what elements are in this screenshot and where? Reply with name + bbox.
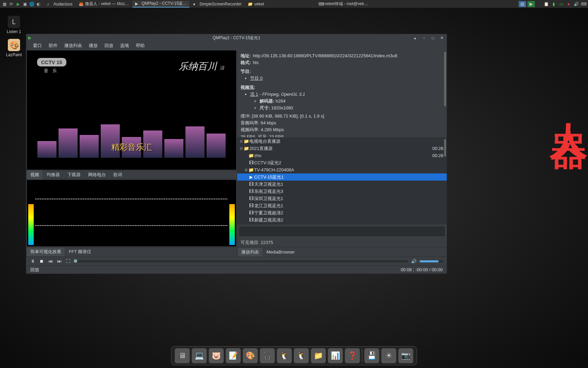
playlist-item[interactable]: 🎞CCTV-3蓝光2 bbox=[237, 159, 447, 166]
menu-播放列表[interactable]: 播放列表 bbox=[62, 42, 85, 49]
playlist-item[interactable]: ⊞📁TV-479CH-220408A bbox=[237, 166, 447, 173]
playlist-item[interactable]: 🎞宁夏卫视超清2 bbox=[237, 209, 447, 216]
playlist-item[interactable]: 🎞新疆卫视高清2 bbox=[237, 216, 447, 224]
tray-app2-icon[interactable]: ▶ bbox=[527, 1, 535, 7]
left-tab-0[interactable]: 视频 bbox=[27, 170, 43, 179]
task-filemgr[interactable]: 📁veket bbox=[245, 1, 267, 7]
player-controls: ⏸ ⏹ ⏮ ⏭ ⛶ 🔊 bbox=[26, 257, 447, 265]
playlist-item[interactable]: 🎞东南卫视蓝光3 bbox=[237, 188, 447, 195]
prev-button[interactable]: ⏮ bbox=[47, 258, 53, 264]
playlist-item-label: 2021直播源 bbox=[249, 145, 273, 152]
viz-tab-0[interactable]: 简单可视化效果 bbox=[27, 247, 65, 256]
playlist-item[interactable]: 🎞天津卫视蓝光1 bbox=[237, 181, 447, 188]
video-area[interactable]: CCTV 15 音 乐 乐纳百川 清 精彩音乐汇 bbox=[27, 50, 236, 170]
maximize-button[interactable]: □ bbox=[429, 35, 437, 41]
task-qmplay2[interactable]: ▶QMPlay2 - CCTV-15蓝… bbox=[132, 1, 190, 7]
menu-窗口[interactable]: 窗口 bbox=[30, 42, 45, 49]
playlist-scrollbar[interactable] bbox=[444, 139, 446, 157]
desktop-icon-listen1[interactable]: LListen 1 bbox=[2, 16, 26, 34]
task-ssr[interactable]: ●SimpleScreenRecorder bbox=[190, 1, 244, 7]
menu-回放[interactable]: 回放 bbox=[102, 42, 116, 49]
task-audacious[interactable]: ♪Audacious bbox=[44, 1, 75, 7]
stop-button[interactable]: ⏹ bbox=[38, 258, 45, 264]
terminal-icon[interactable]: ▣ bbox=[22, 1, 28, 7]
playlist-item[interactable]: ⊟📁电视电台直播源 bbox=[237, 138, 447, 145]
visualizer bbox=[27, 180, 236, 246]
playlist-item[interactable]: 🎞深圳卫视蓝光1 bbox=[237, 195, 447, 202]
desktop: LListen 1🎨LazPaint 人 器 ▶ QMPlay2 - CCTV-… bbox=[0, 8, 588, 368]
dock-item-3[interactable]: 📝 bbox=[226, 348, 241, 363]
playlist-item[interactable]: 🎞龙江卫视蓝光1 bbox=[237, 202, 447, 209]
playlist-item-label: 龙江卫视蓝光1 bbox=[254, 203, 283, 209]
dock-item-5[interactable]: 🎧 bbox=[260, 348, 275, 363]
volume-icon[interactable]: 🔊 bbox=[573, 1, 579, 7]
play-icon[interactable]: ▶ bbox=[15, 1, 21, 7]
tree-toggle-icon[interactable]: ⊟ bbox=[239, 139, 243, 143]
left-tab-1[interactable]: 均衡器 bbox=[43, 170, 63, 179]
vstream-item[interactable]: 流 1 bbox=[250, 92, 258, 97]
addr-value: http://39.135.138.60:18890/PLTV/88888910… bbox=[253, 52, 397, 59]
playlist-item[interactable]: ▶CCTV-15蓝光1 bbox=[237, 173, 447, 181]
prog-item[interactable]: 节目 0 bbox=[250, 76, 263, 81]
dock-item-9[interactable]: 📊 bbox=[328, 348, 343, 363]
fullscreen-button[interactable]: ⛶ bbox=[65, 258, 71, 264]
record-icon[interactable]: ● bbox=[566, 1, 572, 7]
playlist-item-label: 深圳卫视蓝光1 bbox=[254, 196, 283, 202]
dock-item-8[interactable]: 📁 bbox=[311, 348, 326, 363]
viz-tab-1[interactable]: FFT 频谱仪 bbox=[65, 247, 95, 256]
next-button[interactable]: ⏭ bbox=[56, 258, 62, 264]
dock-item-4[interactable]: 🎨 bbox=[243, 348, 258, 363]
tree-toggle-icon[interactable]: ⊟ bbox=[239, 147, 243, 150]
volume-slider[interactable] bbox=[420, 260, 443, 262]
playlist-filter-input[interactable] bbox=[239, 227, 445, 236]
dock-item-0[interactable]: 🖥 bbox=[175, 348, 190, 363]
tray-app1-icon[interactable]: ▧ bbox=[519, 1, 526, 7]
desktop-icon-lazpaint[interactable]: 🎨LazPaint bbox=[2, 39, 26, 57]
net-icon[interactable]: ▭ bbox=[558, 1, 564, 7]
titlebar[interactable]: ▶ QMPlay2 - CCTV-15蓝光1 ▴ − □ ✕ bbox=[26, 34, 447, 42]
task-terminal[interactable]: ⌨veket终端 - root@vek… bbox=[316, 1, 371, 7]
clipboard-icon[interactable]: 📋 bbox=[543, 1, 549, 7]
left-tab-4[interactable]: 歌词 bbox=[110, 170, 126, 179]
task-firefox[interactable]: 🦊微器人 - veket — Moz… bbox=[76, 1, 132, 7]
left-tab-3[interactable]: 网络电台 bbox=[85, 170, 109, 179]
meter-right bbox=[229, 204, 235, 245]
menu-帮助[interactable]: 帮助 bbox=[133, 42, 147, 49]
menu-icon[interactable]: ▦ bbox=[1, 1, 7, 7]
tree-toggle-icon[interactable]: ⊞ bbox=[244, 168, 248, 172]
dock-item-10[interactable]: ❓ bbox=[345, 348, 360, 363]
play-icon: ▶ bbox=[248, 174, 254, 180]
globe-icon[interactable]: 🌐 bbox=[29, 1, 35, 7]
media-info: 地址:http://39.135.138.60:18890/PLTV/88888… bbox=[237, 50, 447, 138]
info-scrollbar[interactable] bbox=[444, 52, 446, 106]
mute-button[interactable]: 🔊 bbox=[411, 258, 417, 264]
dock-item-13[interactable]: ☀ bbox=[381, 348, 396, 363]
dock-item-14[interactable]: 📷 bbox=[398, 348, 413, 363]
desktop-icon-label: LazPaint bbox=[2, 52, 26, 57]
dock-item-7[interactable]: 🐧 bbox=[294, 348, 309, 363]
dock-item-1[interactable]: 💻 bbox=[192, 348, 207, 363]
dock-item-6[interactable]: 🐧 bbox=[277, 348, 292, 363]
close-button[interactable]: ✕ bbox=[438, 35, 445, 41]
battery-icon[interactable]: ▮ bbox=[551, 1, 557, 7]
pl-tab-0[interactable]: 播放列表 bbox=[238, 248, 262, 257]
pause-button[interactable]: ⏸ bbox=[30, 258, 36, 264]
minimize-button[interactable]: − bbox=[420, 35, 428, 41]
keyboard-icon[interactable]: ⌨ bbox=[581, 1, 587, 7]
left-tab-2[interactable]: 下载器 bbox=[64, 170, 84, 179]
menu-选项[interactable]: 选项 bbox=[117, 42, 132, 49]
taskbar: ▦ ⟳ ▶ ▣ 🌐 ◐ ♪Audacious🦊微器人 - veket — Moz… bbox=[0, 0, 588, 8]
dock-item-2[interactable]: 🐷 bbox=[209, 348, 224, 363]
playlist-item-label: 新疆卫视高清2 bbox=[254, 217, 283, 223]
playlist-item[interactable]: 📁zho00:26 bbox=[237, 152, 447, 159]
dock-item-12[interactable]: 💾 bbox=[364, 348, 379, 363]
pl-tab-1[interactable]: MediaBrowser bbox=[263, 248, 298, 256]
menu-播放[interactable]: 播放 bbox=[86, 42, 100, 49]
playlist-item[interactable]: ⊟📁2021直播源00:26 bbox=[237, 145, 447, 152]
app-icon: ▶ bbox=[26, 35, 33, 40]
seek-bar[interactable] bbox=[74, 260, 408, 262]
menu-部件[interactable]: 部件 bbox=[46, 42, 60, 49]
circle-icon[interactable]: ◐ bbox=[35, 1, 42, 7]
sync-icon[interactable]: ⟳ bbox=[8, 1, 14, 7]
pin-button[interactable]: ▴ bbox=[411, 35, 419, 41]
